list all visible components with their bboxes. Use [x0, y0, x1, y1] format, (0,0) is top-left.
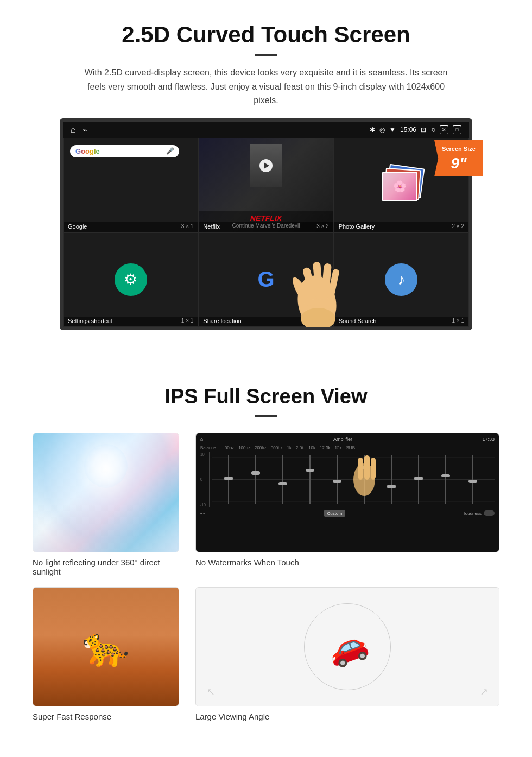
feature-image-car: 🚗 ↗ ↖	[195, 587, 499, 706]
amp-freq-labels: Balance 60hz 100hz 200hz 500hz 1k 2.5k 1…	[200, 445, 495, 450]
amp-header: ⌂ Amplifier 17:33	[200, 437, 495, 442]
gear-icon: ⚙	[124, 270, 137, 288]
location-icon: ◎	[379, 126, 385, 134]
amp-divider	[209, 452, 210, 507]
badge-size: 9"	[451, 155, 467, 172]
svg-rect-22	[251, 471, 260, 475]
music-note-icon: ♪	[397, 271, 405, 288]
title-divider	[255, 54, 277, 56]
badge-label: Screen Size	[442, 146, 476, 152]
svg-rect-27	[387, 485, 396, 488]
settings-label: Settings shortcut	[68, 318, 112, 324]
status-box-icon: ✕	[440, 125, 448, 134]
sound-size: 1 × 1	[452, 318, 464, 324]
device-screen: ⌂ ⌁ ✱ ◎ ▼ 15:06 ⊡ ♫ ✕ □	[60, 118, 472, 330]
sound-label: Sound Search	[339, 318, 377, 324]
gallery-size: 2 × 2	[452, 223, 464, 229]
netflix-figure	[250, 144, 282, 187]
bluetooth-icon: ✱	[370, 126, 375, 134]
app-cell-netflix[interactable]: NETFLIX Continue Marvel's Daredevil Netf…	[198, 138, 333, 232]
amp-home: ⌂	[200, 437, 203, 442]
car-emoji: 🚗	[322, 622, 373, 672]
google-logo: Google	[75, 147, 100, 155]
status-rect-icon: □	[453, 125, 461, 134]
settings-size: 1 × 1	[181, 318, 194, 324]
angle-arrow-left: ↖	[207, 686, 215, 698]
photo-stack: 🌸	[379, 166, 423, 204]
section2-divider	[255, 415, 277, 417]
google-size: 3 × 1	[181, 223, 194, 229]
svg-rect-30	[468, 480, 477, 483]
svg-rect-25	[333, 480, 341, 483]
amp-sliders-container	[209, 452, 495, 507]
toggle-pill	[484, 510, 495, 516]
amp-sliders-row: 10 0 -10	[200, 452, 495, 507]
camera-icon: ⊡	[421, 126, 426, 134]
usb-icon: ⌁	[83, 125, 87, 134]
svg-rect-29	[441, 474, 450, 477]
feature-label-sunlight: No light reflecting under 360° direct su…	[33, 558, 179, 576]
app-cell-sound[interactable]: ♪ Sound Search 1 × 1	[334, 232, 469, 327]
amp-label-2k: 2.5k	[296, 445, 304, 450]
amp-label-100: 100hz	[238, 445, 250, 450]
app-cell-settings[interactable]: ⚙ Settings shortcut 1 × 1	[63, 232, 198, 327]
cheetah-emoji: 🐆	[82, 624, 129, 669]
angle-arrow: ↗	[480, 686, 488, 698]
amp-loudness-label: loudness	[464, 511, 482, 516]
google-label-row: Google 3 × 1	[64, 222, 198, 232]
device-wrapper: Screen Size 9" ⌂ ⌁ ✱ ◎ ▼ 15:06 ⊡ ♫ ✕	[60, 118, 472, 330]
sound-icon-circle: ♪	[385, 263, 417, 296]
section1-description: With 2.5D curved-display screen, this de…	[81, 66, 451, 108]
amp-label-200: 200hz	[255, 445, 267, 450]
app-cell-google[interactable]: Google 🎤 Google 3 × 1	[63, 138, 198, 232]
feature-grid: No light reflecting under 360° direct su…	[33, 433, 499, 721]
amplifier-visual: ⌂ Amplifier 17:33 Balance 60hz 100hz 200…	[196, 433, 499, 552]
feature-sunlight: No light reflecting under 360° direct su…	[33, 433, 179, 576]
feature-cheetah: 🐆 Super Fast Response	[33, 587, 179, 721]
app-cell-maps[interactable]: G	[198, 232, 333, 327]
svg-rect-34	[371, 458, 376, 480]
volume-icon: ♫	[430, 126, 435, 134]
flower-emoji: 🌸	[393, 180, 407, 193]
section-ips: IPS Full Screen View No light reflecting…	[0, 363, 532, 743]
settings-label-row: Settings shortcut 1 × 1	[64, 317, 198, 326]
amp-label-10k: 10k	[308, 445, 315, 450]
amp-equalizer-svg	[212, 452, 495, 507]
settings-icon-circle: ⚙	[115, 263, 147, 296]
wifi-icon: ▼	[389, 126, 396, 134]
amp-title: Amplifier	[333, 437, 352, 442]
amp-time: 17:33	[482, 437, 495, 442]
maps-g-letter: G	[257, 267, 274, 292]
gallery-label: Photo Gallery	[339, 223, 375, 230]
svg-rect-32	[358, 458, 363, 480]
screen-size-badge: Screen Size 9"	[434, 140, 483, 177]
amp-label-balance: Balance	[200, 445, 216, 450]
home-icon: ⌂	[71, 125, 76, 135]
amp-custom-btn[interactable]: Custom	[324, 510, 346, 517]
play-triangle	[264, 162, 269, 169]
svg-rect-33	[364, 455, 370, 480]
feature-image-amplifier: ⌂ Amplifier 17:33 Balance 60hz 100hz 200…	[195, 433, 499, 552]
play-button[interactable]	[259, 159, 273, 172]
svg-rect-21	[224, 477, 233, 480]
sound-label-row: Sound Search 1 × 1	[334, 317, 468, 326]
google-label: Google	[68, 223, 87, 230]
cheetah-visual: 🐆	[33, 588, 179, 706]
amp-label-sub: SUB	[346, 445, 355, 450]
status-time: 15:06	[400, 126, 416, 134]
amp-y-10: 10	[200, 452, 206, 456]
amp-y-neg10: -10	[200, 503, 206, 507]
amp-status: 17:33	[482, 437, 495, 442]
status-bar: ⌂ ⌁ ✱ ◎ ▼ 15:06 ⊡ ♫ ✕ □	[63, 122, 469, 138]
feature-label-car: Large Viewing Angle	[195, 712, 499, 721]
pagination-bar	[63, 327, 469, 330]
amp-y-0: 0	[200, 477, 206, 481]
car-circle: 🚗	[304, 603, 391, 690]
google-search-bar[interactable]: Google 🎤	[70, 145, 179, 157]
amp-label-1k: 1k	[287, 445, 292, 450]
svg-rect-23	[278, 482, 287, 485]
feature-label-amplifier: No Watermarks When Touch	[195, 558, 499, 567]
status-left: ⌂ ⌁	[71, 125, 87, 135]
feature-image-cheetah: 🐆	[33, 587, 179, 706]
amp-label-500: 500hz	[271, 445, 283, 450]
